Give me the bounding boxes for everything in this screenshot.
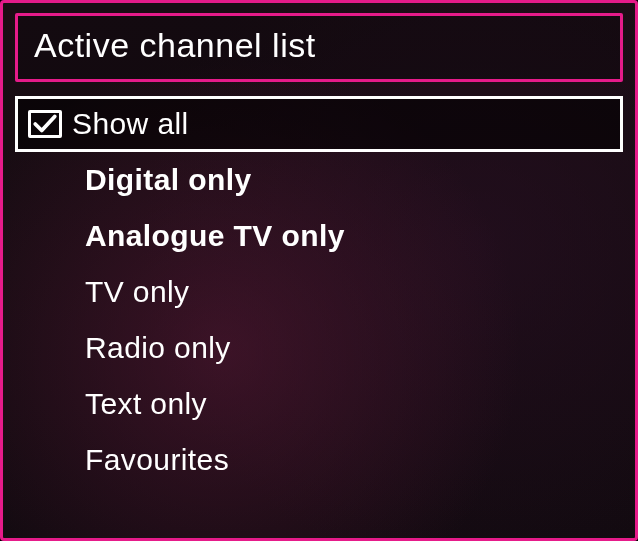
option-label: Text only: [85, 389, 207, 419]
option-label: Radio only: [85, 333, 231, 363]
option-analogue-tv-only[interactable]: Analogue TV only: [15, 208, 623, 264]
option-radio-only[interactable]: Radio only: [15, 320, 623, 376]
checkbox-slot: [27, 208, 85, 264]
option-digital-only[interactable]: Digital only: [15, 152, 623, 208]
channel-filter-list: Show all Digital only Analogue TV only T…: [15, 96, 623, 488]
option-label: Favourites: [85, 445, 229, 475]
checkbox-slot: [28, 99, 72, 149]
checkbox-slot: [27, 264, 85, 320]
option-text-only[interactable]: Text only: [15, 376, 623, 432]
checkbox-slot: [27, 320, 85, 376]
checkbox-slot: [27, 152, 85, 208]
option-label: Show all: [72, 109, 189, 139]
option-label: Analogue TV only: [85, 221, 345, 251]
option-tv-only[interactable]: TV only: [15, 264, 623, 320]
option-show-all[interactable]: Show all: [15, 96, 623, 152]
checkbox-slot: [27, 432, 85, 488]
option-label: TV only: [85, 277, 190, 307]
checkbox-checked-icon: [28, 110, 62, 138]
dialog-title: Active channel list: [34, 26, 604, 65]
checkbox-slot: [27, 376, 85, 432]
active-channel-list-dialog: Active channel list Show all Digital onl…: [0, 0, 638, 541]
option-favourites[interactable]: Favourites: [15, 432, 623, 488]
dialog-title-box: Active channel list: [15, 13, 623, 82]
option-label: Digital only: [85, 165, 251, 195]
